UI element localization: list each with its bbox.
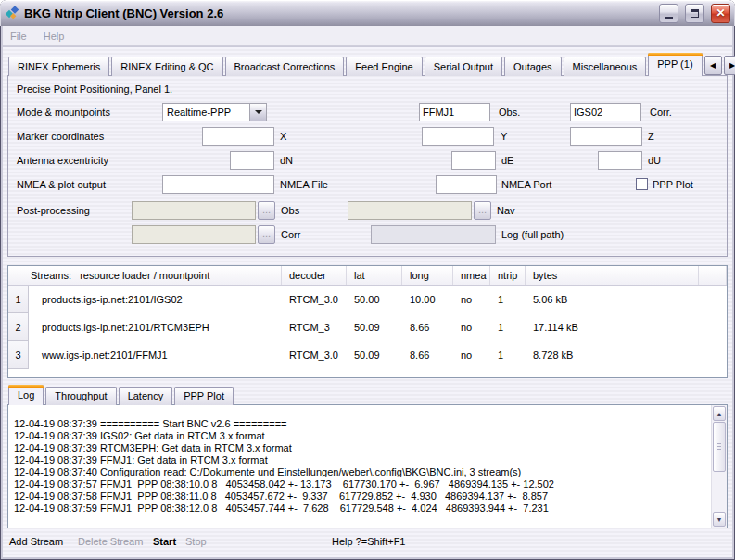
antenna-de-input[interactable] bbox=[451, 151, 496, 170]
cell-mountpoint: products.igs-ip.net:2101/IGS02 bbox=[29, 294, 282, 305]
x-label: X bbox=[280, 127, 286, 146]
row-number: 1 bbox=[8, 286, 29, 313]
tab-scroll-right-icon: ▶ bbox=[729, 61, 735, 70]
antenna-dn-input[interactable] bbox=[230, 151, 274, 170]
cell-bytes: 17.114 kB bbox=[526, 322, 699, 333]
tab-miscellaneous[interactable]: Miscellaneous bbox=[564, 57, 647, 76]
obs-mountpoint-input[interactable] bbox=[419, 103, 490, 121]
stream-row-1[interactable]: 1 products.igs-ip.net:2101/IGS02 RTCM_3.… bbox=[8, 286, 727, 313]
tab-serial-output[interactable]: Serial Output bbox=[425, 57, 502, 76]
log-line: 12-04-19 08:37:39 ========== Start BNC v… bbox=[14, 418, 709, 430]
post-nav-browse-button[interactable]: ... bbox=[474, 201, 491, 220]
log-tab-bar: Log Throughput Latency PPP Plot bbox=[3, 378, 732, 405]
log-line: 12-04-19 08:37:39 IGS02: Get data in RTC… bbox=[14, 430, 709, 442]
stream-row-3[interactable]: 3 www.igs-ip.net:2101/FFMJ1 RTCM_3.0 50.… bbox=[8, 341, 727, 369]
post-obs-file-input[interactable] bbox=[132, 201, 256, 220]
mode-select[interactable]: Realtime-PPP bbox=[162, 103, 267, 121]
marker-x-input[interactable] bbox=[202, 127, 274, 146]
app-icon bbox=[5, 6, 19, 20]
cell-ntrip: 1 bbox=[490, 294, 526, 305]
row-number: 3 bbox=[8, 341, 29, 369]
y-label: Y bbox=[501, 127, 507, 146]
obs-label: Obs. bbox=[499, 103, 520, 121]
header-nmea: nmea bbox=[453, 266, 490, 285]
cell-long: 10.00 bbox=[402, 294, 453, 305]
nmea-port-input[interactable] bbox=[436, 175, 497, 194]
scrollbar-thumb[interactable] bbox=[713, 422, 726, 472]
header-bytes: bytes bbox=[526, 266, 699, 285]
antenna-du-input[interactable] bbox=[598, 151, 642, 170]
minimize-button[interactable] bbox=[659, 4, 678, 23]
scroll-down-button[interactable]: ▼ bbox=[713, 512, 726, 527]
z-label: Z bbox=[648, 127, 654, 146]
marker-coordinates-label: Marker coordinates bbox=[17, 127, 104, 146]
window-title: BKG Ntrip Client (BNC) Version 2.6 bbox=[24, 6, 653, 20]
cell-mountpoint: products.igs-ip.net:2101/RTCM3EPH bbox=[29, 322, 282, 333]
corr-mountpoint-input[interactable] bbox=[570, 103, 641, 121]
cell-nmea: no bbox=[453, 322, 490, 333]
tab-ppp-1[interactable]: PPP (1) bbox=[648, 53, 702, 76]
ppp-plot-checkbox[interactable] bbox=[636, 178, 648, 190]
tab-feed-engine[interactable]: Feed Engine bbox=[346, 57, 422, 76]
post-corr-label: Corr bbox=[281, 225, 300, 244]
nmea-plot-output-label: NMEA & plot output bbox=[17, 175, 106, 194]
post-nav-file-input[interactable] bbox=[348, 201, 472, 220]
post-corr-file-input[interactable] bbox=[132, 225, 256, 244]
log-output[interactable]: 12-04-19 08:37:39 ========== Start BNC v… bbox=[8, 405, 711, 528]
menu-file[interactable]: File bbox=[10, 31, 27, 42]
nmea-file-input[interactable] bbox=[162, 175, 274, 194]
bottom-bar: Add Stream Delete Stream Start Stop Help… bbox=[3, 528, 732, 556]
du-label: dU bbox=[648, 151, 661, 170]
log-line: 12-04-19 08:37:58 FFMJ1 PPP 08:38:11.0 8… bbox=[14, 490, 709, 503]
start-button[interactable]: Start bbox=[153, 536, 176, 547]
delete-stream-button[interactable]: Delete Stream bbox=[78, 536, 143, 547]
marker-z-input[interactable] bbox=[570, 127, 642, 146]
close-button[interactable]: ✕ bbox=[711, 4, 730, 23]
menu-help[interactable]: Help bbox=[44, 31, 65, 42]
tab-log[interactable]: Log bbox=[8, 385, 44, 405]
tab-outages[interactable]: Outages bbox=[504, 57, 562, 76]
post-obs-label: Obs bbox=[281, 201, 299, 220]
de-label: dE bbox=[501, 151, 513, 170]
tab-scroll-left-button[interactable]: ◀ bbox=[704, 56, 722, 75]
log-line: 12-04-19 08:37:59 FFMJ1 PPP 08:38:12.0 8… bbox=[14, 503, 709, 515]
tab-broadcast-corrections[interactable]: Broadcast Corrections bbox=[225, 57, 345, 76]
tab-latency[interactable]: Latency bbox=[119, 387, 173, 405]
scroll-up-button[interactable]: ▲ bbox=[713, 406, 726, 421]
streams-table: Streams: resource loader / mountpoint de… bbox=[7, 265, 728, 378]
nmea-port-label: NMEA Port bbox=[501, 175, 551, 194]
tab-rinex-editing-qc[interactable]: RINEX Editing & QC bbox=[111, 57, 222, 76]
log-line: 12-04-19 08:37:39 FFMJ1: Get data in RTC… bbox=[14, 454, 709, 466]
post-corr-browse-button[interactable]: ... bbox=[258, 225, 275, 244]
marker-y-input[interactable] bbox=[422, 127, 494, 146]
post-processing-label: Post-processing bbox=[17, 201, 90, 220]
title-bar[interactable]: BKG Ntrip Client (BNC) Version 2.6 ✕ bbox=[0, 0, 735, 26]
tab-ppp-plot[interactable]: PPP Plot bbox=[174, 387, 234, 405]
chevron-down-icon bbox=[255, 110, 262, 114]
scroll-down-icon: ▼ bbox=[716, 516, 723, 523]
tab-scroll-left-icon: ◀ bbox=[710, 61, 716, 70]
close-icon: ✕ bbox=[716, 7, 725, 19]
cell-ntrip: 1 bbox=[490, 350, 526, 361]
maximize-button[interactable] bbox=[685, 4, 704, 23]
tab-scroll-right-button[interactable]: ▶ bbox=[724, 56, 735, 75]
row-number: 2 bbox=[8, 313, 29, 341]
cell-bytes: 5.06 kB bbox=[526, 294, 699, 305]
post-obs-browse-button[interactable]: ... bbox=[258, 201, 275, 220]
cell-lat: 50.09 bbox=[347, 322, 402, 333]
post-log-label: Log (full path) bbox=[501, 225, 564, 244]
log-scrollbar[interactable]: ▲ ▼ bbox=[711, 405, 727, 528]
stop-button[interactable]: Stop bbox=[185, 536, 207, 547]
add-stream-button[interactable]: Add Stream bbox=[9, 536, 63, 547]
scrollbar-track[interactable] bbox=[713, 473, 726, 512]
menu-bar: File Help bbox=[3, 26, 732, 46]
tab-rinex-ephemeris[interactable]: RINEX Ephemeris bbox=[8, 57, 109, 76]
tab-throughput[interactable]: Throughput bbox=[45, 387, 116, 405]
stream-row-2[interactable]: 2 products.igs-ip.net:2101/RTCM3EPH RTCM… bbox=[8, 313, 727, 341]
post-log-file-input[interactable] bbox=[371, 225, 496, 244]
scroll-up-icon: ▲ bbox=[716, 411, 723, 417]
combo-arrow-button[interactable] bbox=[249, 104, 266, 121]
mode-select-value: Realtime-PPP bbox=[163, 104, 249, 121]
log-line: 12-04-19 08:37:39 RTCM3EPH: Get data in … bbox=[14, 442, 709, 454]
cell-long: 8.66 bbox=[402, 322, 453, 333]
